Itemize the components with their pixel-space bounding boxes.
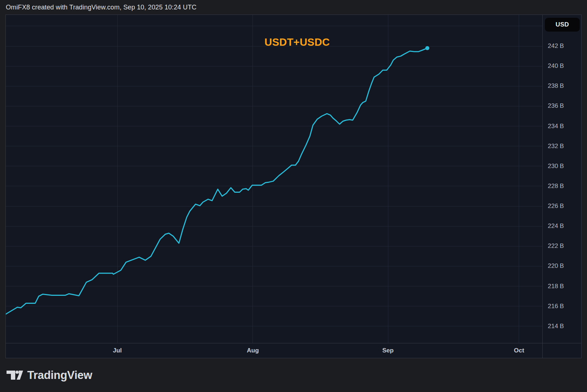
x-axis: JulAugSepOct [6, 343, 581, 358]
y-axis-tick-label: 226 B [548, 203, 564, 210]
tradingview-wordmark: TradingView [27, 369, 92, 381]
x-axis-month-label: Sep [373, 347, 402, 354]
chart-frame: USDT+USDC USD 242 B240 B238 B236 B234 B2… [5, 15, 582, 358]
y-axis-tick-label: 222 B [548, 242, 564, 250]
y-axis-tick-label: 224 B [548, 222, 564, 230]
y-axis-tick-label: 218 B [548, 283, 564, 290]
header-bar: OmiFX8 created with TradingView.com, Sep… [6, 0, 581, 15]
series-line [6, 48, 427, 314]
y-axis-tick-label: 230 B [548, 163, 564, 170]
chart-plot-area: USDT+USDC [6, 15, 542, 343]
x-axis-month-label: Aug [238, 347, 267, 354]
attribution-text: OmiFX8 created with TradingView.com, Sep… [6, 4, 197, 11]
y-axis: USD 242 B240 B238 B236 B234 B232 B230 B2… [542, 15, 581, 343]
y-axis-tick-label: 228 B [548, 183, 564, 190]
tradingview-snapshot-page: OmiFX8 created with TradingView.com, Sep… [0, 0, 587, 392]
y-axis-tick-label: 220 B [548, 262, 564, 270]
y-axis-tick-label: 216 B [548, 303, 564, 310]
y-axis-tick-label: 240 B [548, 62, 564, 70]
tradingview-logo[interactable]: TradingView [7, 367, 92, 383]
usd-currency-button[interactable]: USD [545, 18, 580, 32]
y-axis-tick-label: 214 B [548, 323, 564, 330]
y-axis-tick-label: 242 B [548, 42, 564, 50]
price-chart [6, 15, 542, 343]
axis-separator [542, 343, 543, 358]
y-axis-tick-label: 232 B [548, 143, 564, 150]
tradingview-logo-icon [7, 371, 23, 380]
y-axis-tick-label: 236 B [548, 102, 564, 110]
y-axis-tick-label: 234 B [548, 123, 564, 130]
x-axis-month-label: Jul [103, 347, 132, 354]
series-label: USDT+USDC [264, 36, 330, 48]
last-point-marker [425, 46, 429, 50]
y-axis-tick-label: 238 B [548, 82, 564, 90]
x-axis-month-label: Oct [505, 347, 534, 354]
